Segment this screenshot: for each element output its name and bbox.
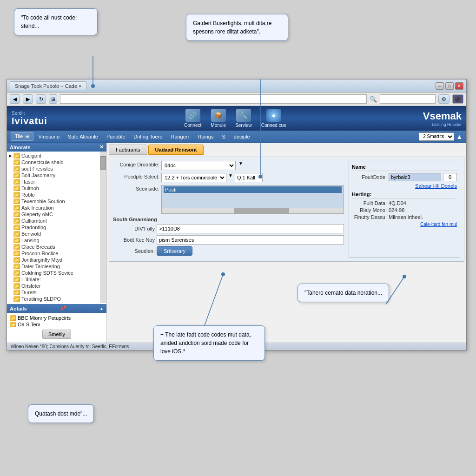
tab-uadaad[interactable]: Uadaad Renisont bbox=[148, 145, 204, 155]
close-button[interactable]: ✕ bbox=[455, 82, 463, 90]
tree-item-calliomtonl[interactable]: 📁 Calliomtonl bbox=[8, 218, 106, 224]
pin-icon[interactable]: 📌 bbox=[60, 305, 66, 311]
app-logo-bottom: Ivivatui bbox=[12, 116, 47, 126]
conige-dropdown-arrow: ▼ bbox=[238, 161, 243, 166]
tree-label-roblo: Roblo bbox=[21, 192, 35, 198]
finutty-value: Milnsan irtheel. bbox=[389, 214, 423, 220]
tree-item-dater[interactable]: 📁 Dater Taloleering bbox=[8, 263, 106, 270]
star-button[interactable]: ⚫ bbox=[452, 94, 463, 104]
nav-servlew[interactable]: 🔧 Servlew bbox=[235, 109, 252, 128]
settings-button[interactable]: ⚙ bbox=[438, 94, 450, 104]
bolt-input[interactable] bbox=[157, 235, 344, 245]
scoinside-scrollbar-thumb[interactable] bbox=[234, 208, 289, 213]
tree-item-texemoble[interactable]: 📁 Texemoble Soution bbox=[8, 198, 106, 205]
scoinside-row: Scoinside: Posti bbox=[113, 185, 344, 214]
sidebar-scrollbar-thumb[interactable] bbox=[100, 156, 106, 170]
smart-select[interactable]: 2 Smartits bbox=[419, 132, 454, 141]
nav-monule[interactable]: 📦 Monule bbox=[211, 109, 226, 128]
browser-tab[interactable]: Snage Took Pubolo + Cade × bbox=[10, 81, 87, 90]
tree-item-linlate[interactable]: 📁 L IInlate: bbox=[8, 276, 106, 283]
nav-connect[interactable]: 🔗 Connect bbox=[184, 109, 201, 128]
tree-item-sout[interactable]: 📁 sout Fresisles bbox=[8, 165, 106, 172]
tree-label-texemoble: Texemoble Soution bbox=[21, 198, 65, 204]
tree-item-gleperty[interactable]: 📁 Gleperty oMC bbox=[8, 211, 106, 218]
menu-driting[interactable]: Driting Toere bbox=[130, 133, 166, 140]
tree-item-pradonting[interactable]: 📁 Pradonting bbox=[8, 224, 106, 231]
minimize-button[interactable]: ─ bbox=[436, 82, 444, 90]
callout-top-left-text: "To code all nust code: stend... bbox=[21, 14, 77, 29]
sarear-link[interactable]: Sahear HII Donels bbox=[352, 183, 457, 189]
seudien-label: Seudien: bbox=[113, 248, 155, 254]
nav-conned-cue[interactable]: ● Conned cue bbox=[261, 109, 286, 128]
back-button[interactable]: ◀ bbox=[10, 94, 20, 104]
conige-select[interactable]: 0444 bbox=[161, 161, 236, 170]
aotails-item-bbc[interactable]: 📁 BBC Mionrry Petupcirts bbox=[9, 315, 105, 321]
tree-item-jontliarg[interactable]: 📁 Jontliarginfly Mtyd bbox=[8, 257, 106, 263]
refresh-button[interactable]: ↻ bbox=[36, 94, 46, 104]
scoinside-content[interactable]: Posti bbox=[161, 185, 344, 208]
tree-item-ask[interactable]: 📁 Ask Incuration bbox=[8, 205, 106, 211]
folder-icon: 📁 bbox=[13, 270, 20, 276]
tree-item-lansing[interactable]: 📁 Lansing bbox=[8, 237, 106, 244]
folder-icon: 📁 bbox=[13, 185, 20, 191]
south-title: South Gmanniang bbox=[113, 217, 344, 222]
aotails-item-oa[interactable]: 📁 Oa S Tem bbox=[9, 321, 105, 328]
conned-cue-icon: ● bbox=[266, 109, 281, 122]
tree-item-teratiimg[interactable]: 📁 Teratiimg SLDPO bbox=[8, 296, 106, 302]
bolt-row: Bodt Kec Noy bbox=[113, 235, 344, 245]
folder-icon: 📁 bbox=[13, 290, 20, 295]
menu-hoings[interactable]: Hoings bbox=[194, 133, 217, 140]
folder-icon: 📁 bbox=[13, 159, 20, 165]
tab-faebtrants[interactable]: Faebtrants bbox=[109, 145, 147, 155]
menu-panable[interactable]: Panable bbox=[103, 133, 129, 140]
menu-vinesono[interactable]: Vinesono bbox=[34, 133, 63, 140]
tree-item-bolt[interactable]: 📁 Bolt Jasomarry bbox=[8, 172, 106, 178]
tree-label-calliomtonl: Calliomtonl bbox=[21, 218, 46, 224]
tree-item-connectcule[interactable]: 📁 Connectcule shald bbox=[8, 159, 106, 165]
tile-icon: ⊞ bbox=[25, 133, 29, 139]
tree-view[interactable]: ▶ 📁 Cacigont 📁 Connectcule shald 📁 sout … bbox=[7, 152, 106, 303]
sidebar-close-btn[interactable]: ✕ bbox=[99, 144, 104, 150]
cale-link[interactable]: Cale-itard fan mul bbox=[352, 222, 457, 227]
search-icon: 🔍 bbox=[370, 96, 377, 103]
menu-rangerr[interactable]: Rangerr bbox=[167, 133, 193, 140]
menu-safe[interactable]: Safe Altrianle bbox=[64, 133, 102, 140]
tree-item-durets[interactable]: 📁 Durets bbox=[8, 289, 106, 296]
div-input[interactable] bbox=[157, 224, 344, 233]
menu-s[interactable]: S bbox=[218, 133, 229, 140]
tree-item-coldning[interactable]: 📁 Coldning SDTS Sevice bbox=[8, 270, 106, 276]
tree-item-dultnoh[interactable]: 📁 Dultnoh bbox=[8, 185, 106, 192]
expand-icon[interactable]: ▲ bbox=[99, 306, 104, 311]
address-input[interactable] bbox=[60, 94, 367, 104]
smart-button[interactable]: Smetlly bbox=[42, 330, 71, 339]
tree-item-proccon[interactable]: 📁 Proccon Roclice bbox=[8, 250, 106, 257]
scoinside-scrollbar-h[interactable] bbox=[161, 208, 344, 214]
maximize-button[interactable]: □ bbox=[445, 82, 454, 90]
aotails-title: Aotails bbox=[10, 306, 27, 311]
tree-item-roblo[interactable]: 📁 Roblo bbox=[8, 192, 106, 198]
tree-item-cacigont[interactable]: ▶ 📁 Cacigont bbox=[8, 152, 106, 159]
menu-right: 2 Smartits 2 Smartits ▲ bbox=[419, 132, 463, 141]
pocdple-input[interactable] bbox=[235, 173, 263, 182]
forward-button[interactable]: ▶ bbox=[23, 94, 33, 104]
tree-item-orisloter[interactable]: 📁 Orisloter bbox=[8, 283, 106, 289]
folder-icon: 📁 bbox=[13, 231, 20, 237]
tree-item-benwold[interactable]: 📁 Benwold bbox=[8, 231, 106, 237]
home-button[interactable]: ⊞ bbox=[49, 94, 57, 104]
menu-tile[interactable]: Tile ⊞ bbox=[11, 132, 33, 141]
tree-label-lansing: Lansing bbox=[21, 238, 40, 243]
search-input[interactable] bbox=[380, 94, 436, 104]
tree-item-glace[interactable]: 📁 Glace Breeads bbox=[8, 244, 106, 250]
pocdple-select[interactable]: 12.2 + Tors comneciole bbox=[161, 173, 226, 182]
menu-deciple[interactable]: deciple bbox=[230, 133, 254, 140]
monule-icon: 📦 bbox=[211, 109, 226, 122]
folder-icon: 📁 bbox=[13, 218, 20, 224]
smart-up-btn[interactable]: ▲ bbox=[456, 133, 463, 140]
folder-icon: 📁 bbox=[13, 257, 20, 263]
seudien-button[interactable]: Srtiserary bbox=[157, 246, 192, 256]
tree-label-pradonting: Pradonting bbox=[21, 225, 46, 230]
tree-item-haser[interactable]: 📁 Haser bbox=[8, 178, 106, 185]
sidebar-scrollbar[interactable] bbox=[100, 152, 106, 303]
brand-sub: Linitling Hnsider bbox=[432, 122, 462, 127]
tabs-row: Faebtrants Uadaad Renisont bbox=[109, 145, 464, 155]
